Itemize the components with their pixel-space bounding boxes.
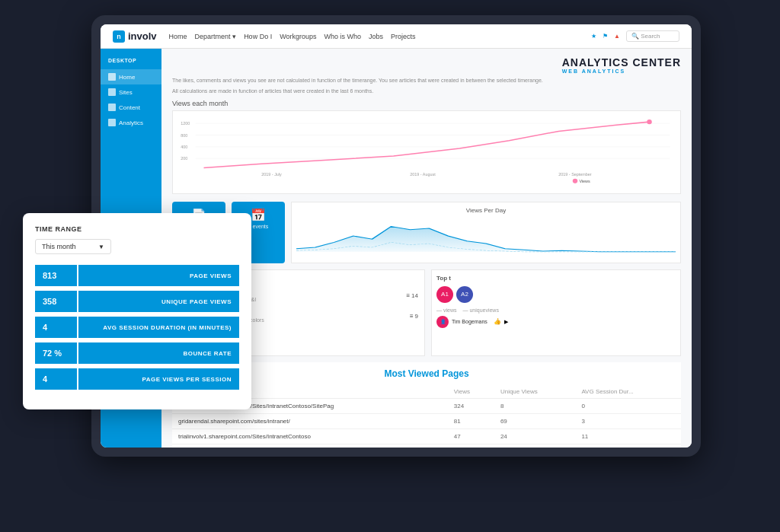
top-avatar-1: A1: [436, 286, 453, 303]
like-count: ▶: [504, 319, 508, 325]
stat-rows: 813 PAGE VIEWS 358 UNIQUE PAGE VIEWS 4 A…: [35, 265, 239, 390]
cell-page: gridarendal.sharepoint.com/sites/intrane…: [172, 444, 448, 448]
cell-avg: 1: [575, 444, 681, 448]
cell-unique: 24: [494, 428, 575, 444]
sidebar-sites-label: Sites: [119, 89, 133, 96]
analytics-header: ANALYTICS CENTER WEB ANALYTICS: [562, 56, 681, 74]
col-avg: AVG Session Dur...: [575, 385, 681, 399]
cell-views: 47: [448, 428, 494, 444]
user-tag: 👤 Tim Bogemans 👍 ▶: [436, 316, 676, 328]
nav-projects[interactable]: Projects: [391, 33, 416, 40]
top-avatar-2: A2: [456, 286, 473, 303]
chevron-down-icon: ▼: [98, 244, 104, 250]
analytics-title: ANALYTICS CENTER: [562, 56, 681, 68]
nav-links: Home Department ▾ How Do I Workgroups Wh…: [169, 33, 580, 40]
sidebar-item-analytics[interactable]: Analytics: [101, 115, 161, 130]
cell-page: trialinvolv1.sharepoint.com/Sites/Intran…: [172, 428, 448, 444]
analytics-icon: [108, 119, 116, 126]
sidebar-header: DESKTOP: [101, 55, 161, 69]
stat-row-0: 813 PAGE VIEWS: [35, 265, 239, 286]
table-row: trialinvolv1.sharepoint.com/Sites/Intran…: [172, 428, 681, 444]
search-box[interactable]: 🔍 Search: [626, 30, 679, 42]
stat-row-4: 4 PAGE VIEWS PER SESSION: [35, 368, 239, 390]
sidebar-analytics-label: Analytics: [119, 119, 143, 126]
like-icon: 👍: [494, 318, 501, 325]
author-count-2: ≡ 9: [410, 313, 418, 320]
home-icon: [108, 73, 116, 81]
sidebar-item-content[interactable]: Content: [101, 100, 161, 115]
analytics-subtitle: WEB ANALYTICS: [562, 68, 681, 74]
svg-text:200: 200: [181, 156, 187, 161]
content-icon: [108, 104, 116, 111]
cell-views: 324: [448, 398, 494, 413]
svg-text:800: 800: [181, 132, 187, 137]
stat-value-0: 813: [35, 265, 77, 286]
nav-icons: ★ ⚑ ▲ 🔍 Search: [591, 30, 679, 42]
stats-panel: TIME RANGE This month ▼ 813 PAGE VIEWS 3…: [23, 213, 251, 409]
table-row: gridarendal.sharepoint.com/sites/intrane…: [172, 413, 681, 428]
stat-label-0: PAGE VIEWS: [78, 265, 239, 286]
cell-avg: 0: [575, 398, 681, 413]
nav-home[interactable]: Home: [169, 33, 187, 40]
svg-point-11: [647, 119, 652, 124]
time-range-value: This month: [42, 243, 76, 250]
stat-value-2: 4: [35, 317, 77, 338]
cell-unique: 30: [494, 444, 575, 448]
stat-value-3: 72 %: [35, 342, 77, 364]
time-range-select[interactable]: This month ▼: [35, 239, 111, 254]
chart-icon: ▲: [614, 33, 620, 40]
svg-point-12: [573, 178, 578, 183]
user-name: Tim Bogemans: [452, 319, 488, 324]
top-section-title: Top t: [436, 275, 676, 282]
stat-value-4: 4: [35, 368, 77, 390]
stat-row-3: 72 % BOUNCE RATE: [35, 342, 239, 364]
nav-department[interactable]: Department ▾: [195, 33, 237, 40]
nav-workgroups[interactable]: Workgroups: [280, 33, 316, 40]
star-icon: ★: [591, 33, 596, 40]
stat-row-1: 358 UNIQUE PAGE VIEWS: [35, 291, 239, 312]
svg-text:2019 - August: 2019 - August: [410, 171, 436, 176]
stat-row-2: 4 AVG SESSION DURATION (IN MINUTES): [35, 317, 239, 338]
stat-label-3: BOUNCE RATE: [78, 342, 239, 364]
svg-text:400: 400: [181, 145, 187, 149]
cell-views: 81: [448, 413, 494, 428]
nav-jobs[interactable]: Jobs: [369, 33, 383, 40]
sidebar-content-label: Content: [119, 104, 140, 111]
sidebar-home-label: Home: [119, 74, 135, 81]
cell-avg: 3: [575, 413, 681, 428]
cell-views: 33: [448, 444, 494, 448]
stat-label-4: PAGE VIEWS PER SESSION: [78, 368, 239, 390]
cell-unique: 8: [494, 398, 575, 413]
author-count-1: ≡ 14: [406, 292, 418, 299]
notice-text-1: The likes, comments and views you see ar…: [172, 77, 681, 84]
sidebar-item-home[interactable]: Home: [101, 69, 161, 84]
svg-text:1200: 1200: [181, 121, 190, 126]
sidebar-item-sites[interactable]: Sites: [101, 84, 161, 100]
time-range-label: TIME RANGE: [35, 225, 239, 233]
svg-text:Views: Views: [579, 179, 590, 183]
chart-legend: — views — uniqueviews: [436, 307, 676, 313]
col-views: Views: [448, 385, 494, 399]
chart-section-title: Views each month: [172, 100, 681, 107]
views-chart: 1200 800 400 200 2019 - July 2019 - Augu…: [172, 110, 681, 194]
views-per-day-title: Views Per Day: [296, 207, 676, 214]
table-row: gridarendal.sharepoint.com/sites/intrane…: [172, 444, 681, 448]
col-unique: Unique Views: [494, 385, 575, 399]
nav-howdoi[interactable]: How Do I: [244, 33, 272, 40]
top-navigation: n involv Home Department ▾ How Do I Work…: [101, 24, 692, 49]
brand-logo: n involv: [113, 30, 157, 43]
svg-text:2019 - September: 2019 - September: [558, 171, 591, 176]
stat-value-1: 358: [35, 291, 77, 312]
flag-icon: ⚑: [603, 33, 608, 40]
svg-text:2019 - July: 2019 - July: [261, 171, 282, 176]
notice-text-2: All calculations are made in function of…: [172, 88, 681, 95]
top-right-section: Top t A1 A2 — views — uniqueviews 👤 Tim …: [431, 269, 681, 356]
svg-marker-14: [296, 226, 676, 251]
brand-name: involv: [128, 30, 157, 42]
cell-avg: 11: [575, 428, 681, 444]
sites-icon: [108, 88, 116, 96]
stat-label-1: UNIQUE PAGE VIEWS: [78, 291, 239, 312]
nav-whoiswho[interactable]: Who is Who: [324, 33, 362, 40]
cell-unique: 69: [494, 413, 575, 428]
stat-label-2: AVG SESSION DURATION (IN MINUTES): [78, 317, 239, 338]
